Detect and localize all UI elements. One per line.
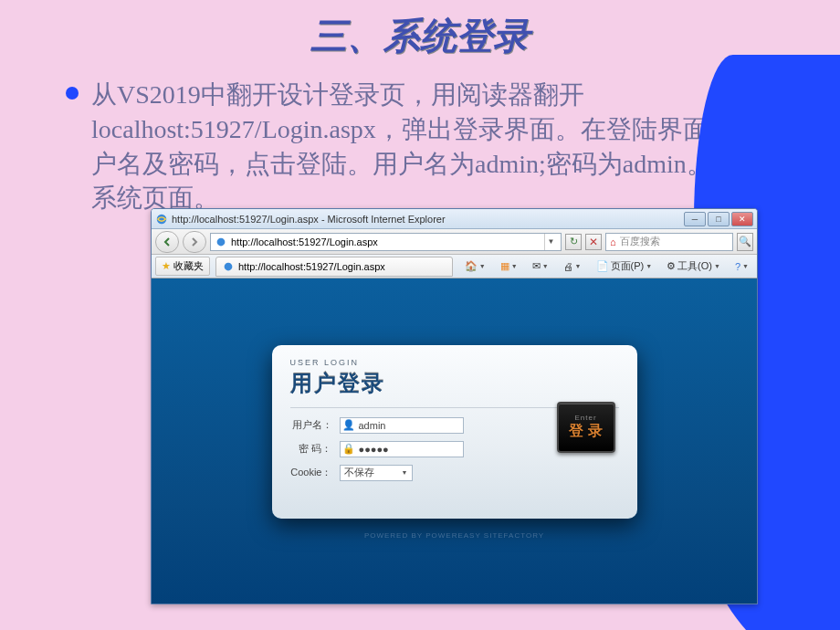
print-button[interactable]: 🖨▼ — [559, 258, 586, 275]
login-button[interactable]: Enter 登 录 — [557, 402, 615, 453]
cookie-select[interactable]: 不保存 ▼ — [340, 465, 413, 481]
address-bar[interactable]: http://localhost:51927/Login.aspx ▼ — [210, 233, 562, 251]
footer-text: POWERED BY POWEREASY SITEFACTORY — [364, 531, 544, 540]
password-label: 密 码： — [290, 442, 340, 456]
slide-title: 三、系统登录 — [0, 0, 840, 61]
nav-bar: http://localhost:51927/Login.aspx ▼ ↻ ✕ … — [152, 229, 757, 255]
browser-tab[interactable]: http://localhost:51927/Login.aspx — [215, 257, 453, 277]
close-button[interactable]: ✕ — [731, 212, 753, 226]
page-icon: 📄 — [596, 260, 609, 272]
url-dropdown-icon[interactable]: ▼ — [544, 234, 557, 250]
help-button[interactable]: ?▼ — [730, 258, 753, 275]
login-panel: user Login 用户登录 用户名： 👤 admin 密 码： 🔒 ●●●●… — [272, 345, 637, 519]
username-label: 用户名： — [290, 418, 340, 432]
favorites-button[interactable]: ★ 收藏夹 — [155, 257, 210, 276]
browser-window: http://localhost:51927/Login.aspx - Micr… — [151, 208, 758, 604]
page-menu[interactable]: 📄页面(P)▼ — [592, 257, 657, 276]
password-value: ●●●●● — [359, 444, 389, 455]
star-icon: ★ — [162, 260, 171, 272]
print-icon: 🖨 — [563, 261, 573, 272]
tab-icon — [222, 260, 235, 273]
page-content: user Login 用户登录 用户名： 👤 admin 密 码： 🔒 ●●●●… — [152, 278, 757, 604]
home-button[interactable]: 🏠▼ — [460, 257, 490, 275]
gear-icon: ⚙ — [667, 260, 676, 272]
login-text: 登 录 — [569, 422, 602, 441]
feed-icon: ▦ — [500, 260, 509, 272]
username-input[interactable]: 👤 admin — [340, 417, 464, 434]
mail-button[interactable]: ✉▼ — [528, 257, 553, 275]
enter-text: Enter — [574, 414, 596, 422]
page-icon — [215, 236, 227, 248]
home-icon: 🏠 — [465, 260, 478, 272]
minimize-button[interactable]: ─ — [684, 212, 706, 226]
tab-title: http://localhost:51927/Login.aspx — [238, 261, 385, 272]
search-go-button[interactable]: 🔍 — [737, 233, 753, 251]
back-button[interactable] — [155, 231, 179, 253]
cookie-label: Cookie： — [290, 466, 340, 479]
search-box[interactable]: ⌂ 百度搜索 — [605, 233, 733, 251]
refresh-button[interactable]: ↻ — [565, 234, 582, 250]
login-title: 用户登录 — [290, 369, 619, 398]
login-subtitle: user Login — [290, 358, 619, 367]
help-icon: ? — [735, 261, 740, 272]
bullet-text: 从VS2019中翻开设计登录页，用阅读器翻开localhost:51927/Lo… — [79, 78, 785, 215]
svg-point-1 — [217, 237, 226, 246]
forward-button[interactable] — [183, 231, 206, 253]
ie-icon — [155, 213, 168, 226]
maximize-button[interactable]: □ — [708, 212, 730, 226]
feed-button[interactable]: ▦▼ — [496, 257, 522, 275]
svg-point-2 — [225, 262, 233, 270]
cookie-row: Cookie： 不保存 ▼ — [290, 465, 619, 481]
title-bar: http://localhost:51927/Login.aspx - Micr… — [152, 209, 757, 229]
url-text: http://localhost:51927/Login.aspx — [231, 236, 541, 247]
username-value: admin — [359, 420, 386, 431]
password-input[interactable]: 🔒 ●●●●● — [340, 441, 464, 457]
tools-menu[interactable]: ⚙工具(O)▼ — [662, 257, 725, 276]
user-icon: 👤 — [343, 419, 355, 431]
cookie-value: 不保存 — [344, 466, 374, 479]
tab-bar: ★ 收藏夹 http://localhost:51927/Login.aspx … — [152, 255, 757, 278]
chevron-down-icon: ▼ — [402, 469, 408, 476]
stop-button[interactable]: ✕ — [585, 234, 602, 250]
window-title: http://localhost:51927/Login.aspx - Micr… — [172, 214, 446, 225]
favorites-label: 收藏夹 — [173, 259, 204, 273]
lock-icon: 🔒 — [343, 443, 355, 455]
search-placeholder: 百度搜索 — [620, 235, 660, 248]
mail-icon: ✉ — [532, 260, 541, 272]
bullet-dot — [66, 87, 79, 100]
baidu-icon: ⌂ — [610, 236, 616, 247]
